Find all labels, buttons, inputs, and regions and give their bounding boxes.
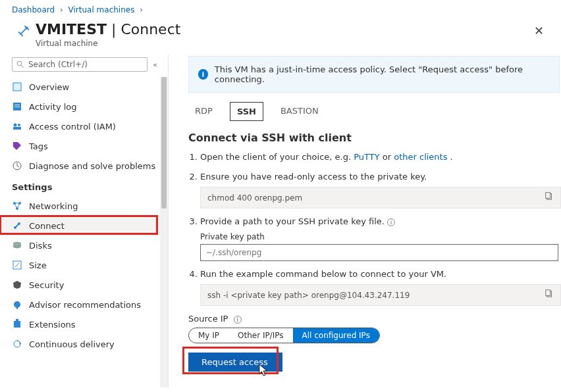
page-subtitle: Virtual machine: [36, 39, 180, 48]
sidebar-item-label: Tags: [29, 141, 48, 151]
tab-bar: RDP SSH BASTION: [188, 102, 561, 121]
chevron-right-icon: ›: [60, 5, 63, 14]
link-putty[interactable]: PuTTY: [354, 152, 379, 162]
source-ip-label: Source IP i: [188, 314, 561, 324]
copy-button[interactable]: [545, 289, 554, 301]
field-label-private-key: Private key path: [200, 231, 561, 243]
sidebar-item-disks[interactable]: Disks: [0, 235, 168, 255]
svg-rect-23: [16, 319, 18, 322]
sidebar-item-label: Activity log: [29, 102, 77, 112]
svg-rect-5: [14, 105, 20, 105]
steps-list: Open the client of your choice, e.g. PuT…: [188, 151, 561, 306]
connect-icon: [12, 21, 36, 38]
svg-rect-22: [14, 321, 20, 328]
highlight-box: [0, 215, 158, 235]
sidebar-item-label: Diagnose and solve problems: [29, 161, 155, 171]
tag-icon: [12, 141, 22, 151]
search-input[interactable]: Search (Ctrl+/): [12, 57, 147, 72]
sidebar-item-diagnose-and-solve-problems[interactable]: Diagnose and solve problems: [0, 156, 168, 176]
sidebar-scrollbar[interactable]: [160, 77, 168, 387]
sidebar-item-security[interactable]: Security: [0, 275, 168, 295]
sidebar-item-label: Continuous delivery: [29, 339, 115, 349]
cursor-icon: [258, 363, 270, 378]
network-icon: [12, 201, 22, 211]
copy-button[interactable]: [545, 191, 554, 204]
private-key-path-input[interactable]: [200, 244, 558, 261]
advisor-icon: [12, 299, 22, 310]
svg-point-1: [17, 61, 22, 66]
disk-icon: [12, 240, 22, 251]
svg-rect-26: [546, 193, 550, 199]
sidebar-item-access-control-iam-[interactable]: Access control (IAM): [0, 116, 168, 136]
page-header: VMITEST | Connect Virtual machine ✕: [0, 17, 561, 55]
info-icon[interactable]: i: [234, 316, 242, 324]
svg-point-8: [18, 124, 20, 126]
sidebar-item-label: Overview: [29, 82, 69, 92]
collapse-sidebar-button[interactable]: ‹‹: [153, 61, 156, 69]
extensions-icon: [12, 319, 22, 330]
pill-my-ip[interactable]: My IP: [189, 328, 228, 343]
info-icon: [12, 82, 22, 92]
section-title: Connect via SSH with client: [188, 132, 561, 144]
sidebar-item-overview[interactable]: Overview: [0, 77, 168, 97]
tab-ssh[interactable]: SSH: [230, 102, 263, 121]
svg-rect-21: [16, 307, 18, 309]
svg-point-20: [14, 301, 20, 308]
info-icon: i: [198, 69, 208, 80]
tab-bastion[interactable]: BASTION: [274, 102, 325, 121]
svg-line-2: [22, 66, 24, 68]
link-other-clients[interactable]: other clients: [394, 152, 447, 162]
breadcrumb-dashboard[interactable]: Dashboard: [12, 5, 55, 14]
sidebar-item-label: Size: [29, 260, 47, 270]
sidebar-item-label: Extensions: [29, 320, 76, 330]
step-1: Open the client of your choice, e.g. PuT…: [200, 151, 561, 164]
svg-rect-28: [546, 290, 550, 296]
info-icon[interactable]: i: [387, 218, 395, 226]
code-ssh: ssh -i <private key path> orenpg@104.43.…: [200, 284, 561, 306]
svg-rect-6: [14, 107, 20, 107]
size-icon: [12, 260, 22, 270]
tab-rdp[interactable]: RDP: [188, 102, 219, 121]
delivery-icon: [12, 339, 22, 349]
info-banner: i This VM has a just-in-time access poli…: [188, 56, 560, 93]
step-3: Provide a path to your SSH private key f…: [200, 215, 561, 261]
info-message: This VM has a just-in-time access policy…: [215, 64, 550, 84]
svg-rect-9: [13, 127, 21, 130]
source-ip-section: Source IP i My IP Other IP/IPs All confi…: [188, 314, 561, 343]
breadcrumb: Dashboard › Virtual machines ›: [0, 0, 561, 17]
sidebar-item-advisor-recommendations[interactable]: Advisor recommendations: [0, 295, 168, 314]
svg-point-7: [14, 124, 17, 127]
sidebar-item-tags[interactable]: Tags: [0, 136, 168, 156]
breadcrumb-virtual-machines[interactable]: Virtual machines: [68, 5, 135, 14]
pill-all-configured-ips[interactable]: All configured IPs: [293, 328, 379, 343]
search-icon: [16, 61, 24, 68]
sidebar-item-size[interactable]: Size: [0, 255, 168, 275]
svg-point-18: [13, 245, 21, 249]
sidebar-item-label: Security: [29, 280, 64, 290]
sidebar-item-label: Networking: [29, 201, 78, 211]
svg-point-0: [26, 26, 28, 29]
sidebar-section-settings: Settings: [0, 176, 168, 196]
log-icon: [12, 101, 22, 112]
sidebar-item-label: Advisor recommendations: [29, 300, 141, 310]
close-button[interactable]: ✕: [529, 21, 549, 40]
page-title: VMITEST | Connect: [36, 21, 180, 37]
sidebar-item-extensions[interactable]: Extensions: [0, 314, 168, 334]
main-content: i This VM has a just-in-time access poli…: [169, 55, 561, 387]
step-2: Ensure you have read-only access to the …: [200, 170, 561, 209]
people-icon: [12, 121, 22, 132]
sidebar-item-continuous-delivery[interactable]: Continuous delivery: [0, 334, 168, 354]
source-ip-pills: My IP Other IP/IPs All configured IPs: [188, 328, 380, 343]
chevron-right-icon: ›: [140, 5, 143, 14]
step-4: Run the example command below to connect…: [200, 268, 561, 306]
diagnose-icon: [12, 160, 22, 171]
sidebar-item-label: Disks: [29, 241, 52, 251]
code-chmod: chmod 400 orenpg.pem: [200, 187, 561, 208]
search-placeholder: Search (Ctrl+/): [28, 60, 88, 69]
pill-other-ip[interactable]: Other IP/IPs: [228, 328, 293, 343]
security-icon: [12, 280, 22, 290]
sidebar-item-activity-log[interactable]: Activity log: [0, 97, 168, 116]
svg-rect-3: [13, 83, 21, 91]
sidebar-item-networking[interactable]: Networking: [0, 196, 168, 216]
sidebar-item-label: Access control (IAM): [29, 122, 116, 132]
